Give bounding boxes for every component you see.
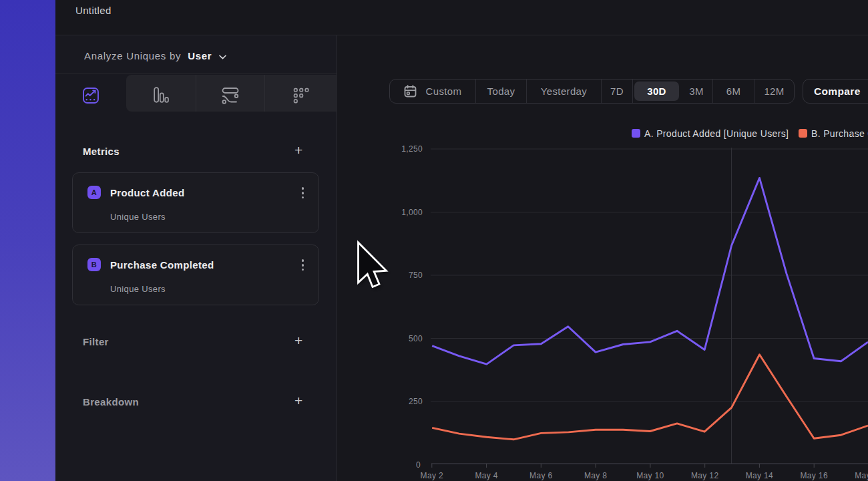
svg-text:May 8: May 8 bbox=[584, 471, 607, 480]
svg-text:1,000: 1,000 bbox=[401, 208, 423, 217]
svg-text:May 2: May 2 bbox=[421, 471, 443, 480]
svg-text:May 12: May 12 bbox=[691, 471, 718, 480]
svg-text:0: 0 bbox=[416, 460, 421, 470]
svg-text:1,250: 1,250 bbox=[401, 144, 423, 154]
svg-text:500: 500 bbox=[409, 334, 423, 343]
svg-text:250: 250 bbox=[409, 397, 423, 406]
svg-text:May 14: May 14 bbox=[746, 471, 773, 480]
svg-text:May 16: May 16 bbox=[800, 471, 827, 480]
svg-text:May 4: May 4 bbox=[475, 471, 497, 480]
svg-text:May 6: May 6 bbox=[529, 471, 552, 480]
svg-text:May 10: May 10 bbox=[636, 471, 664, 480]
svg-text:May 18: May 18 bbox=[855, 471, 868, 480]
svg-text:750: 750 bbox=[409, 271, 423, 280]
